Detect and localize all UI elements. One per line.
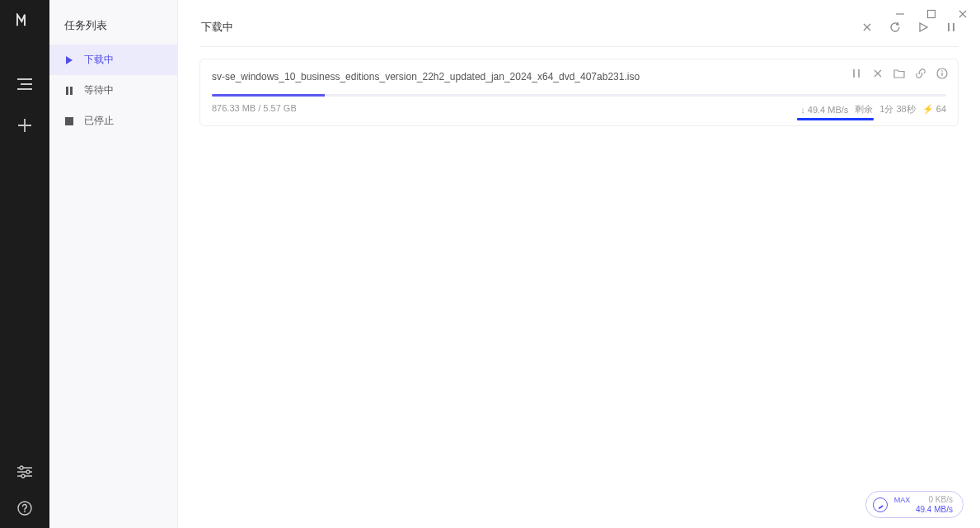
task-remaining-label: 剩余 — [855, 103, 873, 116]
task-link-icon[interactable] — [915, 68, 926, 79]
task-progress-text: 876.33 MB / 5.57 GB — [212, 103, 297, 116]
task-card[interactable]: sv-se_windows_10_business_editions_versi… — [199, 59, 959, 126]
svg-point-12 — [941, 70, 943, 72]
sidebar-title: 任务列表 — [49, 0, 177, 45]
header-close-icon[interactable] — [861, 21, 873, 33]
task-peers: ⚡ 64 — [922, 104, 946, 115]
resume-all-icon[interactable] — [917, 21, 929, 33]
task-filename: sv-se_windows_10_business_editions_versi… — [212, 71, 946, 82]
sidebar-item-downloading[interactable]: 下载中 — [49, 45, 177, 75]
status-download: 49.4 MB/s — [916, 505, 953, 514]
highlight-underline — [797, 118, 874, 120]
play-icon — [64, 55, 74, 65]
pause-icon — [64, 86, 74, 96]
speedometer-icon — [873, 497, 888, 512]
svg-rect-7 — [70, 87, 73, 95]
main: 下载中 sv-se_windows_10_business_editions_v… — [178, 0, 980, 528]
window-controls — [894, 8, 968, 20]
svg-rect-9 — [928, 11, 935, 18]
nav-rail — [0, 0, 49, 528]
header-actions — [861, 21, 957, 33]
window-maximize-icon[interactable] — [926, 8, 937, 20]
settings-sliders-icon[interactable] — [16, 464, 33, 480]
refresh-icon[interactable] — [889, 21, 901, 33]
page-title: 下载中 — [201, 20, 233, 35]
window-close-icon[interactable] — [957, 8, 968, 20]
svg-marker-10 — [920, 23, 927, 31]
status-bubble[interactable]: MAX 0 KB/s 49.4 MB/s — [865, 491, 964, 518]
task-pause-icon[interactable] — [851, 68, 862, 79]
stop-icon — [64, 116, 74, 126]
sidebar-item-stopped[interactable]: 已停止 — [49, 106, 177, 136]
svg-point-2 — [21, 474, 25, 478]
sidebar-item-label: 下载中 — [84, 53, 114, 67]
svg-point-0 — [20, 466, 23, 469]
task-folder-icon[interactable] — [893, 68, 905, 79]
svg-rect-6 — [66, 87, 68, 95]
app-logo-icon[interactable] — [16, 12, 33, 28]
task-speed: ↓ 49.4 MB/s — [800, 105, 848, 115]
svg-marker-5 — [66, 56, 73, 64]
task-actions — [851, 68, 948, 79]
svg-point-4 — [24, 511, 26, 512]
task-delete-icon[interactable] — [872, 68, 884, 79]
sidebar-item-waiting[interactable]: 等待中 — [49, 75, 177, 106]
add-icon[interactable] — [16, 117, 33, 134]
progress-track — [212, 94, 946, 97]
svg-rect-8 — [65, 117, 73, 125]
content-header: 下载中 — [199, 0, 959, 47]
progress-bar — [212, 94, 325, 97]
sidebar-item-label: 已停止 — [84, 114, 114, 128]
sidebar: 任务列表 下载中 等待中 已停止 — [49, 0, 178, 528]
sidebar-item-label: 等待中 — [84, 83, 114, 97]
menu-icon[interactable] — [16, 76, 33, 92]
window-minimize-icon[interactable] — [894, 8, 906, 20]
task-remaining-value: 1分 38秒 — [879, 103, 915, 116]
task-info-icon[interactable] — [936, 68, 948, 79]
help-icon[interactable] — [16, 500, 33, 516]
task-stats: 876.33 MB / 5.57 GB ↓ 49.4 MB/s 剩余 1分 38… — [212, 103, 946, 116]
status-max-label: MAX — [894, 496, 911, 504]
status-upload: 0 KB/s — [929, 495, 953, 504]
pause-all-icon[interactable] — [945, 21, 957, 33]
svg-point-1 — [26, 470, 30, 474]
